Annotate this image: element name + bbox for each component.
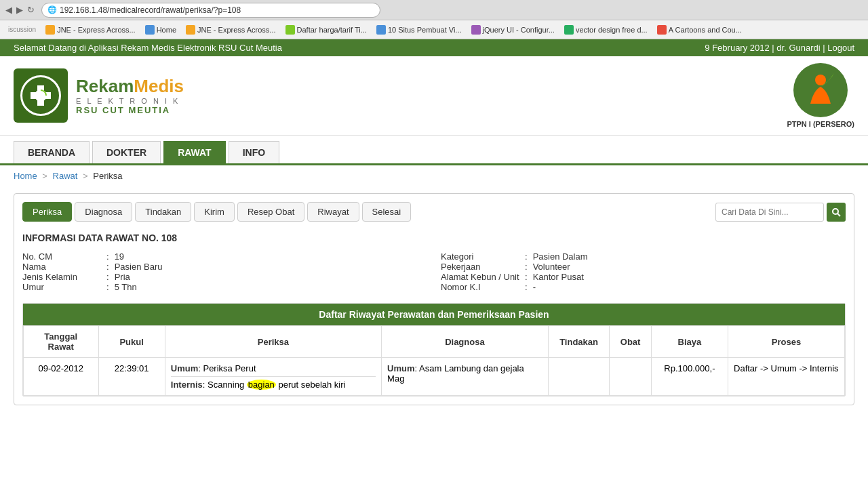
value-pekerjaan: Volunteer (533, 262, 570, 272)
medical-cross-icon (27, 82, 54, 109)
th-periksa: Periksa (165, 326, 381, 358)
search-icon (831, 207, 841, 217)
td-biaya: Rp.100.000,- (651, 358, 728, 396)
search-input[interactable] (715, 203, 824, 222)
bookmark-home[interactable]: Home (142, 24, 179, 36)
vector-icon (564, 25, 574, 35)
tab-tindakan[interactable]: Tindakan (135, 202, 191, 222)
nav-dokter[interactable]: DOKTER (92, 141, 161, 163)
value-nomorki: - (533, 282, 536, 292)
records-table-container: Daftar Riwayat Perawatan dan Pemeriksaan… (22, 303, 846, 396)
logo-box (14, 68, 68, 123)
td-obat (610, 358, 651, 396)
tab-selesai[interactable]: Selesai (362, 202, 412, 222)
th-pukul: Pukul (98, 326, 165, 358)
label-nama: Nama (22, 262, 104, 272)
search-button[interactable] (827, 203, 846, 222)
label-nocm: No. CM (22, 251, 104, 262)
jne2-icon (186, 25, 195, 35)
url-text: 192.168.1.48/medicalrecord/rawat/periksa… (60, 5, 241, 15)
info-row-jeniskelamin: Jenis Kelamin : Pria (22, 272, 427, 282)
bookmark-cartoons[interactable]: A Cartoons and Cou... (654, 24, 745, 36)
bookmark-jne2[interactable]: JNE - Express Across... (183, 24, 279, 36)
bm-label: JNE - Express Across... (197, 26, 276, 34)
nav-info[interactable]: INFO (229, 141, 279, 163)
td-periksa: Umum: Periksa Perut Internis: Scanning b… (165, 358, 381, 396)
tab-resep-obat[interactable]: Resep Obat (237, 202, 304, 222)
bookmark-discussion[interactable]: iscussion (5, 24, 39, 35)
info-row-kategori: Kategori : Pasien Dalam (441, 251, 846, 262)
periksa-umum-value: Periksa Perut (203, 363, 256, 373)
date-user-text: 9 February 2012 | dr. Gunardi | Logout (705, 43, 854, 53)
bookmark-10situs[interactable]: 10 Situs Pembuat Vi... (374, 24, 465, 36)
diagnosa-label: Umum (387, 363, 414, 373)
info-left: No. CM : 19 Nama : Pasien Baru Jenis Kel… (22, 251, 427, 292)
logo-rekam: Rekam (76, 76, 134, 96)
td-diagnosa: Umum: Asam Lambung dan gejala Mag (382, 358, 549, 396)
breadcrumb-home[interactable]: Home (14, 171, 37, 181)
daftar-title: Daftar Riwayat Perawatan dan Pemeriksaan… (23, 304, 845, 325)
value-nocm: 19 (115, 251, 124, 262)
tab-periksa[interactable]: Periksa (22, 202, 72, 222)
cartoons-icon (657, 25, 667, 35)
td-proses: Daftar -> Umum -> Internis (728, 358, 845, 396)
bookmark-daftar[interactable]: Daftar harga/tarif Ti... (283, 24, 370, 36)
periksa-internis-value: Scanning bagian perut sebelah kiri (208, 380, 346, 390)
td-tindakan (548, 358, 610, 396)
address-icon: 🌐 (47, 5, 57, 14)
breadcrumb: Home > Rawat > Periksa (0, 165, 868, 186)
browser-chrome: ◀ ▶ ↻ 🌐 192.168.1.48/medicalrecord/rawat… (0, 0, 868, 20)
bm-label: jQuery UI - Configur... (483, 26, 555, 34)
label-pekerjaan: Pekerjaan (441, 262, 522, 272)
info-row-nomorki: Nomor K.I : - (441, 282, 846, 292)
svg-line-4 (837, 214, 840, 216)
ptpn-circle (793, 63, 848, 117)
th-tindakan: Tindakan (548, 326, 610, 358)
forward-button[interactable]: ▶ (16, 5, 23, 15)
nav-tabs: BERANDA DOKTER RAWAT INFO (14, 141, 854, 163)
bookmark-vector[interactable]: vector design free d... (561, 24, 650, 36)
periksa-umum-line: Umum: Periksa Perut (171, 363, 376, 373)
th-tanggal: TanggalRawat (24, 326, 99, 358)
bookmark-jquery[interactable]: jQuery UI - Configur... (469, 24, 557, 36)
tab-riwayat[interactable]: Riwayat (307, 202, 359, 222)
home-bm-icon (145, 25, 155, 35)
periksa-umum-label: Umum (171, 363, 198, 373)
address-bar[interactable]: 🌐 192.168.1.48/medicalrecord/rawat/perik… (41, 3, 380, 18)
logo-rsu: RSU CUT MEUTIA (76, 105, 184, 115)
th-proses: Proses (728, 326, 845, 358)
value-kategori: Pasien Dalam (533, 251, 588, 262)
header-bar: Selamat Datang di Aplikasi Rekam Medis E… (0, 39, 868, 56)
bookmark-jne1[interactable]: JNE - Express Across... (43, 24, 138, 36)
nav-beranda[interactable]: BERANDA (14, 141, 90, 163)
info-row-pekerjaan: Pekerjaan : Volunteer (441, 262, 846, 272)
welcome-text: Selamat Datang di Aplikasi Rekam Medis E… (14, 43, 282, 53)
table-row: 09-02-2012 22:39:01 Umum: Periksa Perut … (24, 358, 845, 396)
logo-text-area: RekamMedis E L E K T R O N I K RSU CUT M… (76, 76, 184, 115)
highlight-bagian: bagian (247, 380, 276, 390)
tab-kirim[interactable]: Kirim (194, 202, 235, 222)
content-box: Periksa Diagnosa Tindakan Kirim Resep Ob… (14, 193, 854, 405)
ptpn-name: PTPN I (PERSERO) (787, 120, 854, 128)
th-obat: Obat (610, 326, 651, 358)
info-row-alamat: Alamat Kebun / Unit : Kantor Pusat (441, 272, 846, 282)
daftar-icon (285, 25, 295, 35)
back-button[interactable]: ◀ (5, 5, 12, 15)
label-jeniskelamin: Jenis Kelamin (22, 272, 104, 282)
label-alamat: Alamat Kebun / Unit (441, 272, 522, 282)
value-nama: Pasien Baru (115, 262, 163, 272)
td-tanggal: 09-02-2012 (24, 358, 99, 396)
tab-diagnosa[interactable]: Diagnosa (75, 202, 132, 222)
info-row-nama: Nama : Pasien Baru (22, 262, 427, 272)
periksa-internis-line: Internis: Scanning bagian perut sebelah … (171, 380, 376, 390)
bm-label: vector design free d... (576, 26, 648, 34)
logo-area: RekamMedis E L E K T R O N I K RSU CUT M… (14, 68, 184, 123)
nav-rawat[interactable]: RAWAT (163, 141, 226, 163)
reload-button[interactable]: ↻ (27, 5, 35, 15)
table-header-row: TanggalRawat Pukul Periksa Diagnosa Tind… (24, 326, 845, 358)
nav-bar: BERANDA DOKTER RAWAT INFO (0, 136, 868, 165)
label-kategori: Kategori (441, 251, 522, 262)
svg-point-3 (833, 209, 838, 214)
breadcrumb-rawat[interactable]: Rawat (53, 171, 78, 181)
bm-label: A Cartoons and Cou... (669, 26, 742, 34)
